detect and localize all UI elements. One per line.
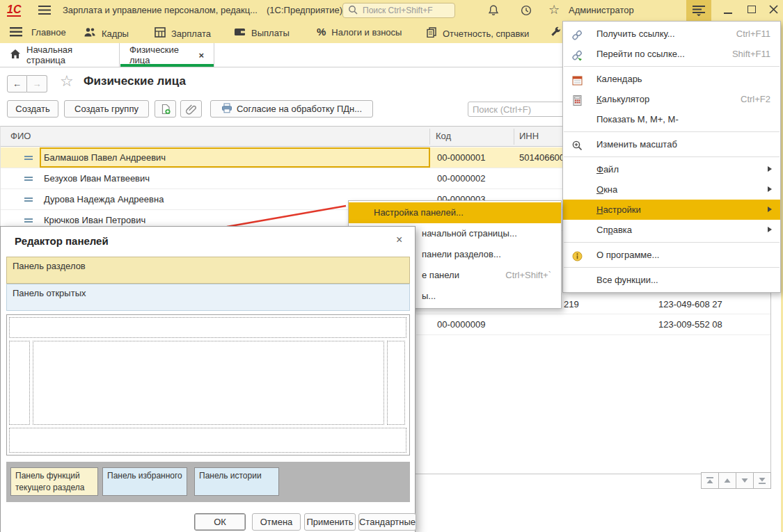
section-kadry[interactable]: Кадры <box>84 27 129 40</box>
go-first-button[interactable] <box>701 472 719 489</box>
menu-item-all-functions[interactable]: Все функции... <box>563 270 780 290</box>
go-down-button[interactable] <box>736 472 754 489</box>
window-edition: (1С:Предприятие) <box>267 5 342 15</box>
attachments-paperclip-button[interactable] <box>180 100 202 118</box>
close-button[interactable] <box>768 4 779 17</box>
drop-zone-top[interactable] <box>9 317 406 338</box>
service-menu-button[interactable] <box>686 0 711 21</box>
menu-item-calculator[interactable]: Калькулятор Ctrl+F2 <box>563 89 780 109</box>
zoom-plus-icon <box>571 138 583 150</box>
menu-item-get-link[interactable]: Получить ссылку...Ctrl+F11 <box>563 24 780 44</box>
list-item-icon <box>24 218 33 224</box>
reports-icon <box>426 27 437 40</box>
page-title: Физические лица <box>84 74 186 88</box>
wallet-icon <box>234 27 246 39</box>
panel-bar-sections[interactable]: Панель разделов <box>6 257 410 284</box>
sections-menu-icon[interactable] <box>10 26 22 38</box>
title-bar: 1С Зарплата и управление персоналом, ред… <box>0 0 783 21</box>
dialog-title: Редактор панелей <box>15 235 109 247</box>
new-document-button[interactable] <box>155 100 176 118</box>
history-icon[interactable] <box>520 4 532 19</box>
info-icon <box>571 249 583 261</box>
tab-home[interactable]: Начальная страница <box>0 43 120 67</box>
menu-item-goto-link[interactable]: Перейти по ссылке...Shift+F11 <box>563 44 780 64</box>
goto-link-icon <box>571 48 583 60</box>
section-zarplata[interactable]: Зарплата <box>155 27 211 40</box>
window-title: Зарплата и управление персоналом, редакц… <box>63 5 258 15</box>
col-header-code[interactable]: Код <box>436 127 451 146</box>
menu-item-windows[interactable]: Окна <box>563 179 780 200</box>
calendar-icon <box>571 73 583 85</box>
tab-fizicheskie-lica[interactable]: Физические лица × <box>120 43 214 67</box>
menu-item-about[interactable]: О программе... <box>563 245 780 265</box>
minimize-button[interactable] <box>724 13 732 14</box>
global-search[interactable] <box>342 3 455 18</box>
go-up-button[interactable] <box>718 472 736 489</box>
section-nalogi[interactable]: % Налоги и взносы <box>317 26 402 38</box>
percent-icon: % <box>317 26 326 38</box>
favorites-star-icon[interactable]: ☆ <box>548 2 560 17</box>
apply-button[interactable]: Применить <box>304 513 356 531</box>
menu-item-file[interactable]: Файл <box>563 159 780 179</box>
drop-zone-right[interactable] <box>387 341 405 425</box>
menu-item-settings[interactable]: Настройки <box>563 200 780 220</box>
drop-zone-left[interactable] <box>9 341 30 425</box>
section-otchetnost[interactable]: Отчетность, справки <box>426 27 529 40</box>
back-button[interactable]: ← <box>7 75 27 92</box>
menu-separator <box>564 242 780 243</box>
section-glavnoe[interactable]: Главное <box>31 27 66 38</box>
menu-item-show-memory[interactable]: Показать М, М+, М- <box>563 109 780 129</box>
section-vyplaty[interactable]: Выплаты <box>234 27 290 39</box>
global-search-input[interactable] <box>361 5 444 16</box>
table-row[interactable]: 00-0000009 123-009-552 08 <box>416 314 770 335</box>
col-header-fio[interactable]: ФИО <box>10 127 31 146</box>
list-search-input[interactable] <box>468 102 572 117</box>
panel-editor-dialog: Редактор панелей × Панель разделов Панел… <box>0 226 416 532</box>
submenu-arrow-icon <box>768 166 772 172</box>
service-menu: Получить ссылку...Ctrl+F11 Перейти по сс… <box>562 21 781 293</box>
list-item-icon <box>24 198 33 203</box>
menu-item-change-scale[interactable]: Изменить масштаб <box>563 134 780 154</box>
submenu-item-panel-settings[interactable]: Настройка панелей... <box>349 202 561 223</box>
create-group-button[interactable]: Создать группу <box>64 100 149 118</box>
drop-zone-center[interactable] <box>33 341 384 425</box>
home-icon <box>10 49 21 61</box>
available-panels-tray: Панель функций текущего раздела Панель и… <box>6 462 410 502</box>
list-nav-buttons <box>702 472 771 489</box>
dialog-close-icon[interactable]: × <box>396 234 402 246</box>
page-star-icon[interactable]: ☆ <box>60 72 74 90</box>
create-button[interactable]: Создать <box>7 100 58 118</box>
link-icon <box>571 28 583 40</box>
search-icon <box>348 5 358 17</box>
drop-zone-bottom[interactable] <box>9 428 406 453</box>
menu-separator <box>564 131 780 132</box>
chip-favorites-panel[interactable]: Панель избранного <box>102 467 187 496</box>
menu-item-calendar[interactable]: Календарь <box>563 69 780 89</box>
menu-item-help[interactable]: Справка <box>563 220 780 240</box>
menu-separator <box>564 267 780 268</box>
tab-close-icon[interactable]: × <box>198 50 204 61</box>
panel-bar-open[interactable]: Панель открытых <box>6 284 410 311</box>
current-user[interactable]: Администратор <box>569 5 634 15</box>
salary-grid-icon <box>155 27 166 40</box>
hamburger-icon[interactable] <box>38 5 51 17</box>
maximize-button[interactable] <box>748 6 756 13</box>
wrench-icon[interactable] <box>550 26 561 40</box>
notifications-bell-icon[interactable] <box>487 4 500 19</box>
layout-preview-area <box>6 314 410 456</box>
menu-separator <box>564 156 780 157</box>
standard-button[interactable]: Стандартные <box>358 513 416 531</box>
chip-current-section-functions[interactable]: Панель функций текущего раздела <box>10 467 98 496</box>
list-item-icon <box>24 156 33 161</box>
chip-history-panel[interactable]: Панель истории <box>194 467 279 496</box>
consent-print-button[interactable]: Согласие на обработку ПДн... <box>210 100 373 118</box>
history-nav: ← → <box>7 75 47 92</box>
submenu-arrow-icon <box>768 227 772 232</box>
calculator-icon <box>571 93 583 105</box>
go-last-button[interactable] <box>753 472 771 489</box>
ok-button[interactable]: ОК <box>194 513 246 531</box>
forward-button[interactable]: → <box>27 75 47 92</box>
menu-separator <box>564 66 780 67</box>
col-header-inn[interactable]: ИНН <box>519 127 539 146</box>
cancel-button[interactable]: Отмена <box>252 513 301 531</box>
